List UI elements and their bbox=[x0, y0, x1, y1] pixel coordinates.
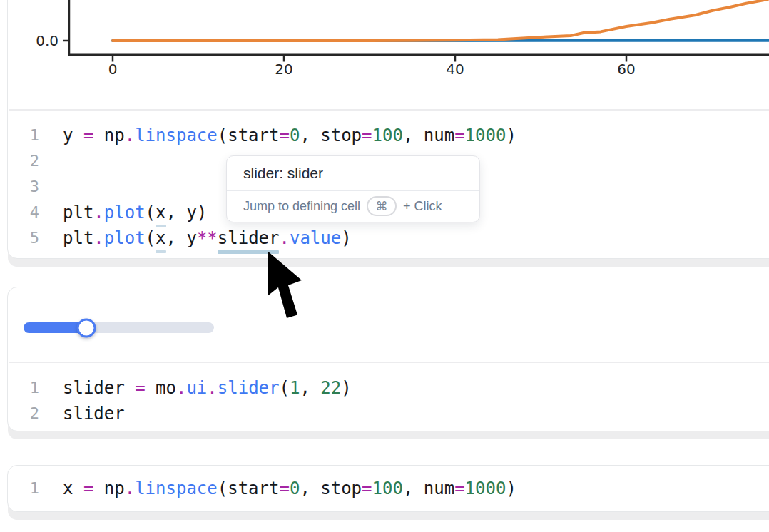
code-token: x bbox=[63, 479, 83, 498]
line-number: 4 bbox=[8, 200, 54, 225]
code-token: slider bbox=[63, 378, 135, 398]
code-token: ) bbox=[341, 228, 351, 248]
tooltip-action-row: Jump to defining cell ⌘ + Click bbox=[227, 191, 479, 221]
code-token: y bbox=[63, 126, 83, 145]
code-token: , num bbox=[403, 479, 454, 498]
code-token: . bbox=[93, 203, 103, 222]
mouse-cursor-icon bbox=[267, 250, 304, 321]
slider-thumb[interactable] bbox=[77, 318, 96, 337]
output-code-divider bbox=[9, 109, 769, 111]
code-token: linspace bbox=[135, 479, 218, 498]
code-text: slider = mo.ui.slider(1, 22) bbox=[54, 375, 352, 401]
code-line[interactable]: 5plt.plot(x, y**slider.value) bbox=[8, 225, 768, 251]
code-token: 22 bbox=[320, 378, 341, 398]
tooltip-shortcut-suffix: + Click bbox=[403, 199, 442, 214]
line-number: 1 bbox=[8, 123, 54, 148]
code-text: plt.plot(x, y**slider.value) bbox=[54, 225, 352, 251]
code-text bbox=[54, 148, 63, 174]
plot-lines bbox=[113, 0, 769, 41]
x-tick-label: 60 bbox=[617, 61, 635, 78]
variable-reference[interactable]: slider bbox=[218, 225, 280, 251]
variable-reference[interactable]: x bbox=[156, 200, 165, 225]
variable-reference[interactable]: x bbox=[156, 225, 165, 251]
code-token: slider bbox=[63, 404, 125, 424]
command-key-icon: ⌘ bbox=[367, 196, 397, 216]
code-line[interactable]: 1y = np.linspace(start=0, stop=100, num=… bbox=[8, 123, 768, 148]
x-tick-label: 40 bbox=[446, 61, 464, 78]
code-token: = bbox=[135, 378, 145, 398]
code-token: . bbox=[93, 228, 103, 248]
line-number: 5 bbox=[8, 225, 54, 251]
code-token: = bbox=[454, 479, 464, 498]
output-code-divider bbox=[9, 362, 769, 363]
code-token: 100 bbox=[372, 479, 403, 498]
code-token: = bbox=[454, 126, 464, 145]
code-token: , stop bbox=[300, 126, 362, 145]
code-token: plot bbox=[104, 228, 146, 248]
slider-widget[interactable] bbox=[24, 322, 214, 333]
code-line[interactable]: 2slider bbox=[8, 401, 768, 426]
code-editor-slider[interactable]: 1slider = mo.ui.slider(1, 22)2slider bbox=[8, 375, 768, 426]
y-tick-label: 0.0 bbox=[36, 32, 58, 49]
code-token: , stop bbox=[300, 479, 362, 498]
code-editor-x[interactable]: 1x = np.linspace(start=0, stop=100, num=… bbox=[8, 476, 768, 501]
code-token: = bbox=[279, 479, 289, 498]
line-number: 2 bbox=[8, 148, 54, 174]
code-token: . bbox=[279, 228, 289, 248]
code-token: = bbox=[83, 126, 93, 145]
code-token: = bbox=[279, 126, 289, 145]
code-token: = bbox=[362, 126, 372, 145]
code-token: value bbox=[290, 228, 341, 248]
code-token: plt bbox=[63, 228, 93, 248]
code-token: mo bbox=[146, 378, 176, 398]
code-token: , num bbox=[403, 126, 454, 145]
variable-tooltip: slider: slider Jump to defining cell ⌘ +… bbox=[226, 155, 480, 222]
code-token: 100 bbox=[372, 126, 403, 145]
code-token: ) bbox=[506, 479, 516, 498]
code-token: (start bbox=[218, 479, 280, 498]
code-token: , bbox=[300, 378, 320, 398]
code-token: 1 bbox=[290, 378, 300, 398]
code-token: . bbox=[125, 126, 135, 145]
line-number: 1 bbox=[8, 375, 54, 401]
series-line bbox=[113, 0, 769, 41]
line-number: 2 bbox=[8, 401, 54, 426]
tooltip-action-label: Jump to defining cell bbox=[243, 199, 360, 214]
code-token: ( bbox=[146, 203, 156, 222]
matplotlib-plot: 02040600.0 bbox=[7, 0, 769, 108]
code-token: . bbox=[125, 479, 135, 498]
code-token: ( bbox=[279, 378, 289, 398]
line-number: 3 bbox=[8, 174, 54, 200]
x-tick-label: 20 bbox=[275, 61, 292, 78]
code-line[interactable]: 1slider = mo.ui.slider(1, 22) bbox=[8, 375, 768, 401]
code-token: 0 bbox=[290, 126, 300, 145]
code-token: linspace bbox=[135, 126, 218, 145]
plot-output: 02040600.0 bbox=[7, 0, 769, 108]
code-text: plt.plot(x, y) bbox=[54, 200, 207, 225]
code-token: ) bbox=[506, 126, 516, 145]
code-text: x = np.linspace(start=0, stop=100, num=1… bbox=[54, 476, 516, 501]
code-token: . bbox=[176, 378, 186, 398]
line-number: 1 bbox=[8, 476, 54, 501]
code-token: np bbox=[93, 479, 124, 498]
code-token: (start bbox=[218, 126, 280, 145]
code-token: 1000 bbox=[465, 479, 506, 498]
code-token: ui bbox=[186, 378, 207, 398]
code-line[interactable]: 1x = np.linspace(start=0, stop=100, num=… bbox=[8, 476, 768, 501]
code-token: plt bbox=[63, 203, 93, 222]
code-token: np bbox=[93, 126, 124, 145]
code-token: 0 bbox=[290, 479, 300, 498]
code-token: ( bbox=[146, 228, 156, 248]
code-token: ) bbox=[341, 378, 351, 398]
x-tick-label: 0 bbox=[108, 61, 118, 78]
code-token: = bbox=[83, 479, 93, 498]
code-token: = bbox=[362, 479, 372, 498]
code-token: . bbox=[207, 378, 217, 398]
code-text: slider bbox=[54, 401, 125, 426]
code-text bbox=[54, 174, 63, 200]
marimo-notebook: 02040600.0 1y = np.linspace(start=0, sto… bbox=[0, 0, 769, 532]
tooltip-title: slider: slider bbox=[227, 156, 479, 191]
code-token: slider bbox=[218, 378, 280, 398]
code-token: ** bbox=[197, 228, 218, 248]
code-token: 1000 bbox=[465, 126, 506, 145]
